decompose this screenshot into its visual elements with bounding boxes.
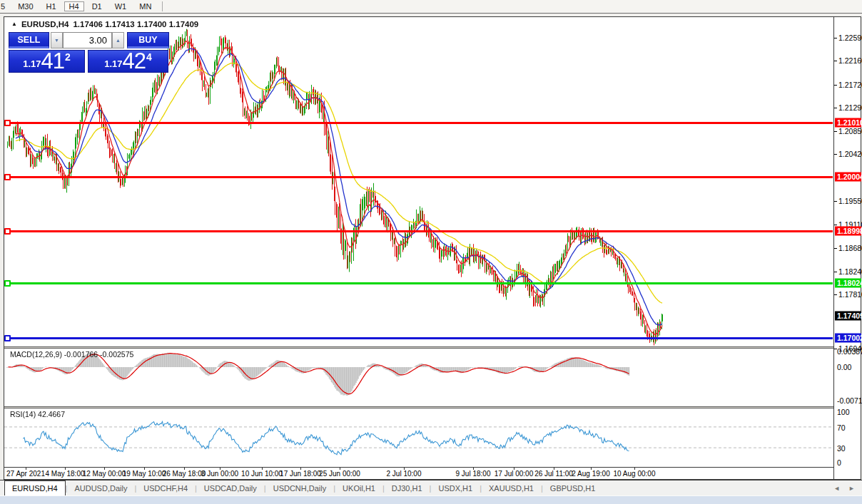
time-tick-label: 19 May 10:00 <box>123 470 166 478</box>
buy-price-prefix: 1.17 <box>104 58 122 69</box>
timeframe-button-h4[interactable]: H4 <box>64 1 84 11</box>
time-tick-label: 9 Jul 18:00 <box>456 470 491 478</box>
rsi-indicator-label: RSI(14) 42.4667 <box>10 410 65 418</box>
toolbar-separator <box>162 1 163 11</box>
macd-indicator-label: MACD(12,26,9) -0.001766 -0.002575 <box>10 350 133 359</box>
price-tick-label: 1.19550 <box>838 197 862 205</box>
time-tick-label: 2 Aug 19:00 <box>572 470 609 478</box>
time-tick-label: 2 Jul 10:00 <box>387 470 422 478</box>
price-tick-mark <box>834 201 837 202</box>
timeframe-button-m30[interactable]: M30 <box>13 1 38 11</box>
scroll-right-icon[interactable]: ► <box>848 485 855 492</box>
price-tick-mark <box>834 272 837 272</box>
price-tick-label: 1.21720 <box>838 81 862 89</box>
price-tick-label: 1.20850 <box>838 127 862 135</box>
hline-price-badge: 1.18998 <box>835 226 861 235</box>
price-tick-mark <box>834 108 837 108</box>
volume-field-box <box>63 32 112 48</box>
timeframe-button-h1[interactable]: H1 <box>41 1 61 11</box>
chevron-down-icon: ▼ <box>54 38 59 43</box>
time-tick-label: 3 Jun 00:00 <box>201 470 238 478</box>
chart-tab-bar: EURUSD,H4|AUDUSD,Daily|USDCHF,H4|USDCAD,… <box>0 480 862 495</box>
time-tick-label: 12 May 00:00 <box>83 470 126 478</box>
price-tick-mark <box>834 38 837 38</box>
timeframe-button-w1[interactable]: W1 <box>110 1 132 11</box>
chart-window: ▲ EURUSD,H4 1.17406 1.17413 1.17400 1.17… <box>4 16 861 480</box>
hline-price-badge: 1.20004 <box>835 172 861 181</box>
tab-gbpusd-h1[interactable]: GBPUSD,H1 <box>543 480 603 495</box>
rsi-axis-label: 30 <box>837 444 846 453</box>
tab-usdcad-daily[interactable]: USDCAD,Daily <box>197 480 264 495</box>
hline-price-badge: 1.21010 <box>835 118 861 128</box>
rsi-axis-label: 0 <box>837 458 841 467</box>
sell-price-sup: 2 <box>65 51 71 63</box>
bottom-scroll-strip[interactable] <box>0 495 862 504</box>
timeframe-button-mn[interactable]: MN <box>134 1 156 11</box>
time-tick-label: 26 Jul 11:00 <box>534 470 573 478</box>
time-tick-label: 25 Jun 00:00 <box>319 470 360 478</box>
timeframe-button-d1[interactable]: D1 <box>87 1 107 11</box>
time-tick-label: 10 Jun 10:00 <box>241 470 283 478</box>
sell-price-panel[interactable]: 1.17412 <box>9 50 85 73</box>
price-tick-label: 1.22590 <box>838 34 862 42</box>
price-tick-label: 1.18680 <box>838 244 862 252</box>
chevron-up-icon: ▲ <box>116 38 121 43</box>
hline-price-badge: 1.17002 <box>835 334 861 343</box>
tab-dj30-h1[interactable]: DJ30,H1 <box>385 480 430 495</box>
volume-increase-button[interactable]: ▲ <box>112 32 124 48</box>
timeframe-button-5[interactable]: 5 <box>0 1 10 11</box>
sell-price-prefix: 1.17 <box>23 58 41 69</box>
tab-usdx-h1[interactable]: USDX,H1 <box>431 480 480 495</box>
sell-price-big: 41 <box>41 51 64 71</box>
price-tick-mark <box>834 154 837 155</box>
time-tick-label: 26 May 18:00 <box>163 470 206 478</box>
price-tick-mark <box>834 248 837 249</box>
rsi-chart-canvas[interactable] <box>4 408 833 467</box>
buy-button[interactable]: BUY <box>127 32 169 48</box>
buy-price-sup: 4 <box>146 51 152 63</box>
tab-eurusd-h4[interactable]: EURUSD,H4 <box>4 480 66 495</box>
time-tick-label: 27 Apr 2021 <box>6 470 45 478</box>
time-tick-label: 17 Jun 18:00 <box>280 470 321 478</box>
price-axis[interactable]: 1.225901.221601.217201.212901.208501.204… <box>833 17 861 479</box>
macd-axis-label: 0.003873 <box>837 347 862 356</box>
price-tick-mark <box>834 85 837 86</box>
price-tick-mark <box>834 131 837 132</box>
tab-audusd-daily[interactable]: AUDUSD,Daily <box>67 480 134 495</box>
time-tick-label: 17 Jul 00:00 <box>495 470 534 478</box>
tab-xauusd-h1[interactable]: XAUUSD,H1 <box>482 480 541 495</box>
tab-scroll-arrows: ◄► <box>833 480 862 495</box>
time-tick-label: 4 May 18:00 <box>45 470 84 478</box>
time-axis[interactable]: 27 Apr 20214 May 18:0012 May 00:0019 May… <box>4 467 833 479</box>
tab-usdchf-h4[interactable]: USDCHF,H4 <box>136 480 195 495</box>
price-tick-label: 1.17810 <box>838 290 862 299</box>
timeframe-toolbar: 5M30H1H4D1W1MN <box>0 0 862 14</box>
current-price-badge: 1.17409 <box>835 312 861 321</box>
chart-header: ▲ EURUSD,H4 1.17406 1.17413 1.17400 1.17… <box>11 20 198 29</box>
volume-decrease-button[interactable]: ▼ <box>51 32 63 48</box>
tab-usdcnh-daily[interactable]: USDCNH,Daily <box>266 480 334 495</box>
buy-price-panel[interactable]: 1.17424 <box>88 50 168 73</box>
rsi-axis-label: 70 <box>837 423 846 432</box>
scroll-left-icon[interactable]: ◄ <box>833 485 840 492</box>
one-click-trading-widget: SELL ▼ ▲ BUY 1.17412 1.17424 <box>9 32 171 73</box>
volume-input[interactable] <box>64 33 111 48</box>
tab-ukoil-h1[interactable]: UKOil,H1 <box>335 480 382 495</box>
price-tick-label: 1.18240 <box>838 267 862 276</box>
macd-axis-label: -0.00719 <box>837 396 862 405</box>
macd-axis-label: 0.00 <box>837 363 851 371</box>
rsi-axis-label: 100 <box>837 408 850 416</box>
collapse-triangle-icon[interactable]: ▲ <box>11 21 17 27</box>
price-tick-label: 1.20420 <box>838 150 862 158</box>
buy-price-big: 42 <box>123 51 146 71</box>
price-tick-mark <box>834 225 837 225</box>
price-tick-mark <box>834 294 837 295</box>
sell-button[interactable]: SELL <box>9 32 49 48</box>
chart-symbol-period: EURUSD,H4 <box>21 20 69 29</box>
price-tick-label: 1.22160 <box>838 56 862 65</box>
time-tick-label: 10 Aug 00:00 <box>614 470 656 478</box>
price-tick-label: 1.21290 <box>838 103 862 112</box>
chart-ohlc-values: 1.17406 1.17413 1.17400 1.17409 <box>73 20 198 29</box>
price-tick-mark <box>834 61 837 61</box>
hline-price-badge: 1.18024 <box>835 278 861 287</box>
